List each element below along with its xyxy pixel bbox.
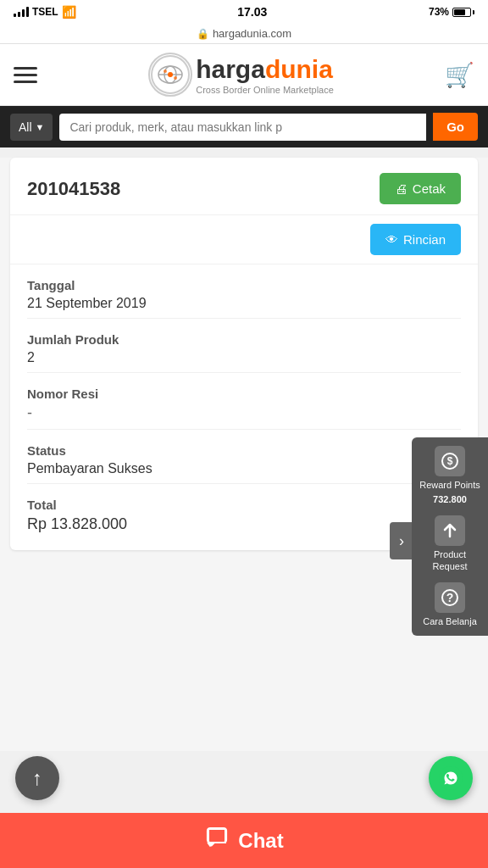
time-label: 17.03 bbox=[237, 5, 267, 19]
battery-percent: 73% bbox=[429, 6, 449, 18]
svg-point-6 bbox=[174, 76, 177, 80]
svg-point-4 bbox=[168, 72, 173, 77]
product-request-icon bbox=[435, 515, 465, 546]
svg-rect-12 bbox=[208, 828, 226, 843]
cara-belanja-label: Cara Belanja bbox=[423, 616, 477, 627]
tanggal-value: 21 September 2019 bbox=[27, 296, 461, 311]
category-dropdown[interactable]: All ▼ bbox=[10, 114, 53, 141]
arrow-up-icon: ↑ bbox=[32, 766, 42, 790]
wifi-icon: 📶 bbox=[62, 5, 76, 19]
logo-text-dunia: dunia bbox=[265, 55, 333, 84]
side-panel: $ Reward Points 732.800 Product Request … bbox=[412, 437, 488, 636]
status-value: Pembayaran Sukses bbox=[27, 461, 461, 476]
chat-label: Chat bbox=[238, 829, 283, 853]
cart-icon[interactable]: 🛒 bbox=[445, 61, 474, 89]
status-bar: TSEL 📶 17.03 73% bbox=[0, 0, 488, 24]
logo-text-harga: harga bbox=[196, 55, 265, 84]
product-request-item[interactable]: Product Request bbox=[419, 515, 481, 571]
whatsapp-fab[interactable] bbox=[429, 756, 473, 800]
product-request-label: Product Request bbox=[419, 549, 481, 571]
nomor-resi-value: - bbox=[27, 404, 461, 422]
order-id: 201041538 bbox=[27, 178, 120, 200]
logo-icon bbox=[148, 53, 192, 97]
reward-value: 732.800 bbox=[433, 494, 467, 505]
reward-points-item[interactable]: $ Reward Points 732.800 bbox=[419, 446, 480, 505]
jumlah-produk-value: 2 bbox=[27, 350, 461, 365]
total-label: Total bbox=[27, 498, 461, 512]
chevron-down-icon: ▼ bbox=[36, 122, 45, 132]
lock-icon: 🔒 bbox=[197, 28, 209, 40]
reward-label: Reward Points bbox=[419, 480, 480, 491]
chat-bubble-icon bbox=[204, 825, 230, 856]
cara-belanja-item[interactable]: ? Cara Belanja bbox=[423, 582, 477, 627]
search-bar: All ▼ Go bbox=[0, 106, 488, 147]
cetak-button[interactable]: 🖨 Cetak bbox=[380, 173, 461, 204]
eye-icon: 👁 bbox=[385, 232, 398, 247]
scroll-top-fab[interactable]: ↑ bbox=[15, 756, 59, 800]
nomor-resi-label: Nomor Resi bbox=[27, 387, 461, 401]
jumlah-produk-label: Jumlah Produk bbox=[27, 332, 461, 347]
url-label: hargadunia.com bbox=[213, 27, 291, 40]
expand-panel-arrow[interactable]: › bbox=[390, 522, 413, 559]
rincian-button[interactable]: 👁 Rincian bbox=[370, 224, 461, 255]
svg-text:$: $ bbox=[447, 455, 453, 467]
address-bar[interactable]: 🔒 hargadunia.com bbox=[0, 24, 488, 44]
hamburger-menu[interactable] bbox=[14, 67, 37, 83]
order-details: Tanggal 21 September 2019 Jumlah Produk … bbox=[10, 264, 478, 550]
logo-area: harga dunia Cross Border Online Marketpl… bbox=[148, 53, 334, 97]
main-content: 201041538 🖨 Cetak 👁 Rincian Tanggal 21 S… bbox=[0, 158, 488, 751]
logo-tagline: Cross Border Online Marketplace bbox=[196, 85, 334, 95]
svg-text:?: ? bbox=[446, 590, 454, 604]
status-label: Status bbox=[27, 443, 461, 458]
printer-icon: 🖨 bbox=[395, 181, 408, 196]
signal-icon bbox=[14, 7, 29, 17]
search-go-button[interactable]: Go bbox=[433, 113, 478, 141]
search-input[interactable] bbox=[59, 114, 426, 141]
svg-point-5 bbox=[164, 70, 167, 73]
order-rincian-row: 👁 Rincian bbox=[10, 215, 478, 264]
cara-belanja-icon: ? bbox=[435, 582, 465, 613]
tanggal-label: Tanggal bbox=[27, 278, 461, 292]
carrier-label: TSEL bbox=[32, 6, 58, 18]
order-card: 201041538 🖨 Cetak 👁 Rincian Tanggal 21 S… bbox=[10, 158, 478, 550]
chat-bar[interactable]: Chat bbox=[0, 813, 488, 868]
chevron-right-icon: › bbox=[399, 532, 404, 550]
battery-icon bbox=[452, 8, 474, 17]
reward-icon: $ bbox=[435, 446, 465, 476]
order-header-row: 201041538 🖨 Cetak bbox=[10, 158, 478, 215]
header: harga dunia Cross Border Online Marketpl… bbox=[0, 44, 488, 106]
